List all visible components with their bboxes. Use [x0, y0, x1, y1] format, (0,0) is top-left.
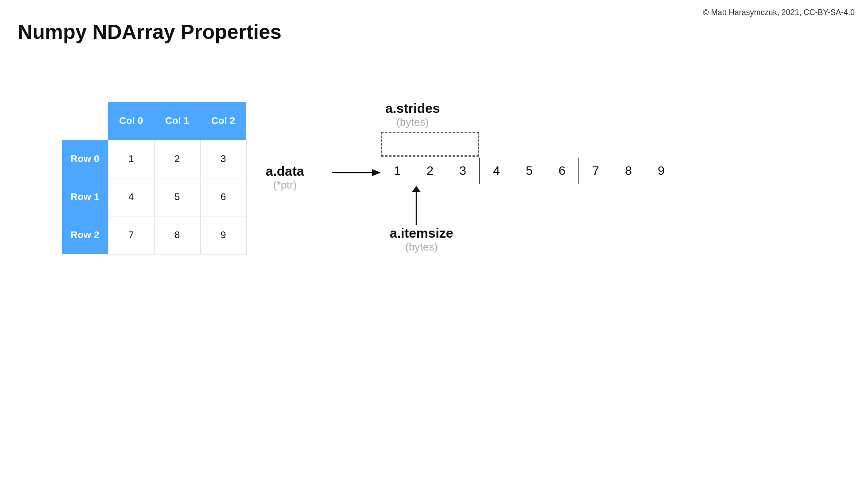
- col-header-2: Col 2: [200, 102, 246, 140]
- cell-2-2: 9: [200, 216, 246, 254]
- aitemsize-sub: (bytes): [390, 241, 453, 253]
- astrides-sub: (bytes): [385, 116, 440, 128]
- astrides-label: a.strides (bytes): [385, 101, 440, 128]
- table-row: Row 1 4 5 6: [62, 178, 246, 216]
- row-header-1: Row 1: [62, 178, 108, 216]
- mem-cell-2: 2: [414, 158, 446, 184]
- col-header-0: Col 0: [108, 102, 154, 140]
- adata-main: a.data: [266, 164, 304, 179]
- cell-1-2: 6: [200, 178, 246, 216]
- mem-cell-3: 3: [446, 158, 479, 184]
- cell-2-1: 8: [154, 216, 200, 254]
- svg-marker-3: [412, 186, 421, 192]
- row-header-0: Row 0: [62, 140, 108, 178]
- mem-cell-1: 1: [381, 158, 414, 184]
- itemsize-arrow: [407, 186, 425, 226]
- table-row: Row 0 1 2 3: [62, 140, 246, 178]
- mem-cell-5: 5: [513, 158, 546, 184]
- mem-cell-6: 6: [546, 158, 578, 184]
- cell-0-2: 3: [200, 140, 246, 178]
- mem-cell-7: 7: [579, 158, 612, 184]
- aitemsize-label: a.itemsize (bytes): [390, 226, 453, 253]
- col-header-1: Col 1: [154, 102, 200, 140]
- matrix-container: Col 0 Col 1 Col 2 Row 0 1 2 3 Row 1 4 5 …: [62, 102, 247, 254]
- aitemsize-main: a.itemsize: [390, 226, 453, 241]
- adata-label: a.data (*ptr): [266, 164, 304, 191]
- corner-cell: [62, 102, 108, 140]
- cell-0-1: 2: [154, 140, 200, 178]
- table-row: Row 2 7 8 9: [62, 216, 246, 254]
- copyright-text: © Matt Harasymczuk, 2021, CC-BY-SA-4.0: [703, 8, 855, 17]
- strides-box: [381, 132, 479, 157]
- mem-cell-8: 8: [612, 158, 645, 184]
- memory-row: 1 2 3 4 5 6 7 8 9: [381, 158, 678, 184]
- cell-1-0: 4: [108, 178, 154, 216]
- cell-2-0: 7: [108, 216, 154, 254]
- adata-arrow: [332, 164, 381, 181]
- cell-0-0: 1: [108, 140, 154, 178]
- astrides-main: a.strides: [385, 101, 440, 116]
- page-title: Numpy NDArray Properties: [18, 20, 282, 44]
- row-header-2: Row 2: [62, 216, 108, 254]
- mem-cell-4: 4: [480, 158, 513, 184]
- adata-sub: (*ptr): [266, 179, 304, 191]
- matrix-table: Col 0 Col 1 Col 2 Row 0 1 2 3 Row 1 4 5 …: [62, 102, 247, 254]
- mem-cell-9: 9: [645, 158, 678, 184]
- cell-1-1: 5: [154, 178, 200, 216]
- svg-marker-1: [372, 169, 381, 176]
